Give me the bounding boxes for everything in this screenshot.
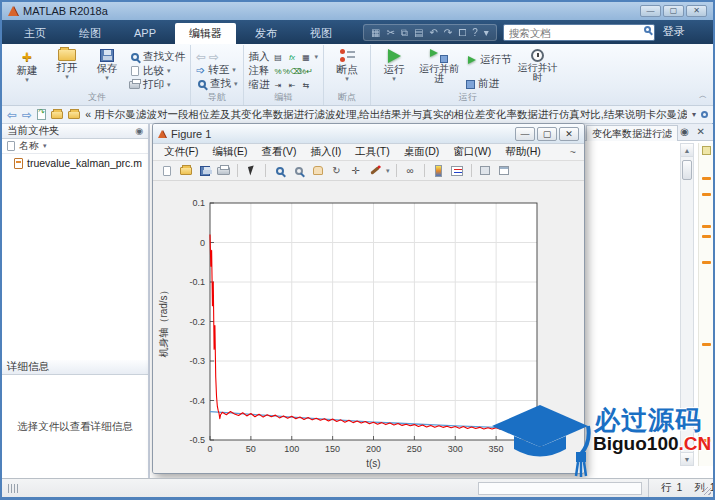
ribbon-tabstrip: 主页绘图APP编辑器发布视图 ▦ ✂ ⧉ ▤ ↶ ↷ ⧠ ? ▾ 登录 — [2, 20, 713, 44]
link-plot-icon[interactable]: ∞ — [403, 163, 418, 178]
figure-menu-0[interactable]: 文件(F) — [157, 145, 205, 159]
scroll-down-icon[interactable]: ▼ — [681, 452, 693, 465]
scroll-up-icon[interactable]: ▲ — [681, 144, 693, 157]
figure-maximize-button[interactable]: ▢ — [537, 127, 557, 141]
sign-in-link[interactable]: 登录 — [663, 24, 685, 39]
show-plot-tools-icon[interactable] — [497, 163, 512, 178]
svg-text:-0.2: -0.2 — [189, 317, 205, 327]
copy-icon[interactable]: ⧉ — [401, 27, 408, 39]
print-figure-icon[interactable] — [216, 163, 231, 178]
save-button[interactable]: 保存▾ — [89, 47, 125, 93]
figure-canvas[interactable]: 0501001502002503003504000.10-0.1-0.2-0.3… — [153, 181, 584, 473]
figure-close-button[interactable]: ✕ — [559, 127, 579, 141]
run-section-button[interactable]: 运行节 — [466, 53, 512, 67]
comment-button[interactable]: 注释 % %⌫ %↵ — [249, 64, 319, 78]
rotate3d-icon[interactable]: ↻ — [329, 163, 344, 178]
collapse-ribbon-icon[interactable]: ︿ — [699, 90, 707, 101]
tab-home[interactable]: 主页 — [10, 23, 60, 44]
figure-menu-1[interactable]: 编辑(E) — [205, 145, 254, 159]
tab-publish[interactable]: 发布 — [241, 23, 291, 44]
editor-document-tab[interactable]: 变化率数据进行滤波... — [586, 125, 678, 141]
run-button[interactable]: 运行▾ — [376, 47, 412, 93]
find-button[interactable]: 查找▾ — [196, 77, 238, 91]
breadcrumb[interactable]: « 用卡尔曼滤波对一段相位差及其变化率数据进行滤波处理,给出结果并与真实的相位差… — [85, 108, 687, 122]
tab-editor[interactable]: 编辑器 — [175, 23, 236, 44]
paste-icon[interactable]: ▤ — [414, 27, 423, 38]
figure-minimize-button[interactable]: — — [515, 127, 535, 141]
forward-icon[interactable]: ⇨ — [22, 109, 32, 121]
pan-icon[interactable] — [310, 163, 325, 178]
svg-text:350: 350 — [489, 444, 504, 454]
brush-icon[interactable] — [367, 163, 382, 178]
figure-menu-3[interactable]: 插入(I) — [303, 145, 348, 159]
open-button[interactable]: 打开▾ — [49, 47, 85, 93]
redo-icon[interactable]: ↷ — [444, 27, 452, 38]
qat-dropdown-icon[interactable]: ▾ — [484, 27, 489, 38]
address-search-icon[interactable] — [701, 111, 708, 118]
insert-button[interactable]: 插入 ▤ fx ▦ ▾ — [249, 50, 319, 64]
hide-plot-tools-icon[interactable] — [478, 163, 493, 178]
run-advance-button[interactable]: 运行并前进 — [416, 47, 462, 93]
find-files-button[interactable]: 查找文件 — [129, 50, 185, 64]
figure-menu-7[interactable]: 帮助(H) — [498, 145, 548, 159]
zoom-in-icon[interactable] — [272, 163, 287, 178]
insert-colorbar-icon[interactable] — [431, 163, 446, 178]
tab-view[interactable]: 视图 — [296, 23, 346, 44]
breakpoints-button[interactable]: 断点▾ — [329, 47, 365, 93]
analyzer-warning-mark[interactable] — [702, 235, 711, 238]
file-row[interactable]: truevalue_kalman_prc.m — [2, 154, 148, 169]
goto-button[interactable]: ➩ 转至▾ — [196, 63, 238, 77]
up-one-level-icon[interactable] — [37, 109, 46, 120]
tab-close-icon[interactable]: ✕ — [697, 126, 705, 137]
compare-button[interactable]: 比较▾ — [129, 64, 185, 78]
analyzer-status-icon[interactable] — [702, 146, 711, 155]
new-button[interactable]: + 新建▾ — [9, 47, 45, 93]
back-icon[interactable]: ⇦ — [7, 109, 17, 121]
maximize-button[interactable]: ▢ — [663, 5, 684, 17]
name-column-header[interactable]: 名称 ▾ — [2, 139, 148, 154]
figure-menu-2[interactable]: 查看(V) — [254, 145, 303, 159]
analyzer-warning-mark[interactable] — [702, 193, 711, 196]
open-file-icon[interactable] — [178, 163, 193, 178]
close-button[interactable]: ✕ — [686, 5, 707, 17]
cut-icon[interactable]: ✂ — [386, 27, 394, 38]
back-icon[interactable]: ⇦ — [196, 51, 206, 63]
analyzer-warning-mark[interactable] — [702, 261, 711, 264]
run-time-button[interactable]: 运行并计时 — [516, 47, 560, 93]
editor-scrollbar[interactable]: ▲ ▼ — [680, 143, 694, 466]
analyzer-warning-mark[interactable] — [702, 225, 711, 228]
tab-dropdown-icon[interactable]: ◉ — [680, 126, 689, 137]
undo-icon[interactable]: ↶ — [429, 27, 437, 38]
menubar-overflow-icon[interactable]: ~ — [566, 146, 580, 158]
save-figure-icon[interactable] — [197, 163, 212, 178]
figure-menu-6[interactable]: 窗口(W) — [446, 145, 498, 159]
edit-plot-cursor-icon[interactable] — [244, 163, 259, 178]
insert-legend-icon[interactable] — [450, 163, 465, 178]
save-icon[interactable]: ▦ — [371, 27, 380, 38]
search-input[interactable] — [503, 24, 655, 41]
analyzer-warning-mark[interactable] — [702, 439, 711, 442]
tab-apps[interactable]: APP — [120, 23, 170, 44]
zoom-out-icon[interactable] — [291, 163, 306, 178]
analyzer-warning-mark[interactable] — [702, 343, 711, 346]
resize-grip-icon[interactable] — [703, 487, 711, 495]
help-icon[interactable]: ? — [472, 27, 478, 38]
scrollbar-thumb[interactable] — [682, 160, 692, 180]
browse-folder-icon[interactable] — [51, 111, 63, 119]
new-figure-icon[interactable] — [159, 163, 174, 178]
forward-icon[interactable]: ⇨ — [209, 51, 219, 63]
figure-menu-5[interactable]: 桌面(D) — [397, 145, 447, 159]
indent-button[interactable]: 缩进 ⇥ ⇤ ⇆ — [249, 78, 319, 92]
tab-plots[interactable]: 绘图 — [65, 23, 115, 44]
figure-titlebar[interactable]: Figure 1 — ▢ ✕ — [153, 124, 584, 144]
minimize-button[interactable]: — — [640, 5, 661, 17]
address-dropdown-icon[interactable]: ▾ — [692, 112, 696, 118]
print-button[interactable]: 打印▾ — [129, 78, 185, 92]
switch-window-icon[interactable]: ⧠ — [458, 27, 466, 39]
search-icon[interactable] — [644, 26, 651, 33]
analyzer-warning-mark[interactable] — [702, 177, 711, 180]
advance-button[interactable]: 前进 — [466, 77, 512, 91]
figure-menu-4[interactable]: 工具(T) — [348, 145, 396, 159]
data-cursor-icon[interactable]: ✛ — [348, 163, 363, 178]
panel-menu-icon[interactable]: ◉ — [135, 126, 143, 136]
